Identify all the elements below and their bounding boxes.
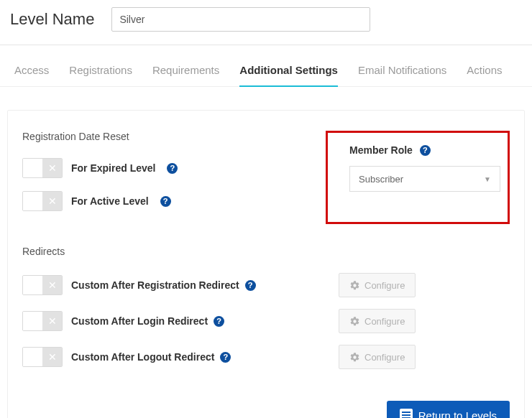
toggle-on-side (23, 276, 42, 294)
close-icon: ✕ (42, 159, 62, 177)
toggle-on-side (23, 192, 42, 210)
tab-additional-settings[interactable]: Additional Settings (239, 64, 338, 86)
help-icon[interactable]: ? (420, 145, 431, 156)
level-name-label: Level Name (10, 10, 94, 29)
help-icon[interactable]: ? (160, 196, 171, 207)
expired-level-label: For Expired Level (71, 162, 155, 174)
redirects-title: Redirects (22, 246, 510, 257)
after-logout-label: Custom After Logout Redirect (71, 351, 214, 363)
settings-panel: Registration Date Reset ✕ For Expired Le… (7, 110, 525, 418)
toggle-on-side (23, 159, 42, 177)
toggle-row-active: ✕ For Active Level ? (22, 191, 311, 211)
toggle-on-side (23, 348, 42, 366)
help-icon[interactable]: ? (167, 163, 178, 174)
tabs: Access Registrations Requirements Additi… (0, 45, 532, 87)
tab-registrations[interactable]: Registrations (69, 64, 132, 86)
chevron-down-icon: ▼ (484, 175, 491, 183)
gear-icon (349, 316, 360, 327)
close-icon: ✕ (42, 312, 62, 330)
gear-icon (349, 352, 360, 363)
tab-access[interactable]: Access (14, 64, 49, 86)
active-level-label: For Active Level (71, 195, 149, 207)
close-icon: ✕ (42, 276, 62, 294)
toggle-after-login[interactable]: ✕ (22, 311, 63, 331)
help-icon[interactable]: ? (245, 280, 256, 291)
toggle-active-level[interactable]: ✕ (22, 191, 63, 211)
close-icon: ✕ (42, 348, 62, 366)
toggle-expired-level[interactable]: ✕ (22, 158, 63, 178)
member-role-select[interactable]: Subscriber ▼ (349, 166, 500, 192)
configure-label: Configure (364, 280, 405, 291)
return-label: Return to Levels (418, 409, 497, 419)
close-icon: ✕ (42, 192, 62, 210)
list-icon (400, 409, 413, 418)
registration-reset-title: Registration Date Reset (22, 131, 311, 142)
redirect-row-logout: ✕ Custom After Logout Redirect ? Configu… (22, 345, 510, 369)
toggle-row-expired: ✕ For Expired Level ? (22, 158, 311, 178)
header: Level Name (0, 0, 532, 45)
help-icon[interactable]: ? (214, 316, 224, 327)
help-icon[interactable]: ? (220, 352, 231, 363)
toggle-after-registration[interactable]: ✕ (22, 275, 63, 295)
tab-actions[interactable]: Actions (467, 64, 502, 86)
tab-requirements[interactable]: Requirements (152, 64, 219, 86)
configure-label: Configure (364, 316, 405, 327)
member-role-selected: Subscriber (359, 174, 403, 185)
toggle-after-logout[interactable]: ✕ (22, 347, 63, 367)
redirect-row-registration: ✕ Custom After Registration Redirect ? C… (22, 273, 510, 297)
configure-label: Configure (364, 352, 405, 363)
configure-registration-button: Configure (339, 273, 416, 297)
return-to-levels-button[interactable]: Return to Levels (387, 401, 510, 418)
member-role-box: Member Role ? Subscriber ▼ (326, 131, 510, 224)
configure-logout-button: Configure (339, 345, 416, 369)
level-name-input[interactable] (111, 7, 370, 32)
tab-email-notifications[interactable]: Email Notifications (358, 64, 446, 86)
toggle-on-side (23, 312, 42, 330)
after-registration-label: Custom After Registration Redirect (71, 279, 239, 291)
gear-icon (349, 280, 360, 291)
after-login-label: Custom After Login Redirect (71, 315, 208, 327)
panel-footer: Return to Levels (22, 381, 510, 418)
member-role-title: Member Role (349, 144, 413, 156)
configure-login-button: Configure (339, 309, 416, 333)
redirect-row-login: ✕ Custom After Login Redirect ? Configur… (22, 309, 510, 333)
